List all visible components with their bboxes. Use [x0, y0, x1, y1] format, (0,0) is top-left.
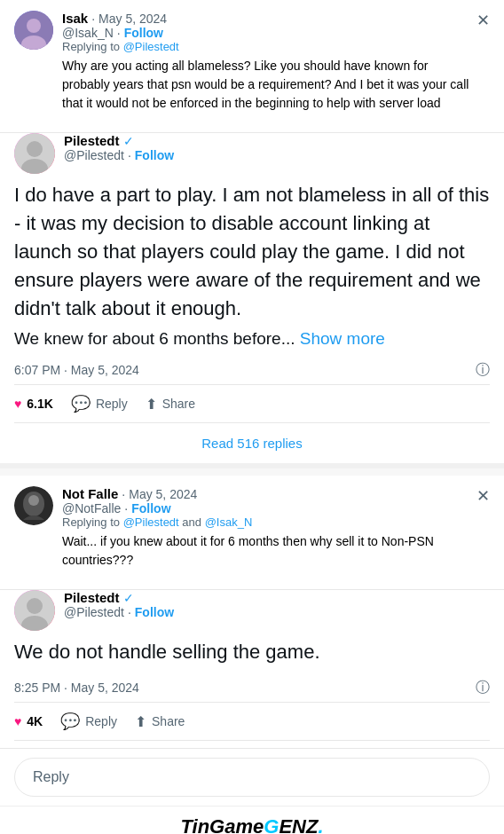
- watermark-game: G: [264, 815, 279, 834]
- meta-pilestedt-1: Pilestedt ✓ @Pilestedt · Follow: [64, 133, 490, 162]
- svg-point-8: [28, 495, 39, 506]
- follow-button-pilestedt-2[interactable]: Follow: [135, 605, 174, 619]
- heart-icon-2: ♥: [14, 714, 21, 728]
- watermark-genz: ENZ: [279, 815, 318, 834]
- tweet-text-main-2: We do not handle selling the game.: [14, 641, 320, 663]
- header-pilestedt-2: Pilestedt ✓ @Pilestedt · Follow: [14, 590, 490, 631]
- reply-handle-2: @Isak_N: [205, 515, 253, 529]
- quoted-tweet-notfalle: Not Falle · May 5, 2024 @NotFalle · Foll…: [0, 476, 504, 590]
- follow-button-notfalle[interactable]: Follow: [131, 501, 170, 515]
- username-pilestedt-2: Pilestedt: [64, 590, 120, 605]
- share-icon-2: ⬆: [135, 713, 146, 730]
- tweet-header-isak: Isak · May 5, 2024 @Isak_N · Follow Repl…: [14, 11, 490, 116]
- avatar-notfalle: [14, 486, 53, 525]
- tweet-body-notfalle: Wait... if you knew about it for 6 month…: [62, 532, 476, 570]
- tweet-card-2: Not Falle · May 5, 2024 @NotFalle · Foll…: [0, 476, 504, 806]
- tweet-continuation: We knew for about 6 months before... Sho…: [14, 329, 490, 349]
- actions-row-2: ♥ 4K 💬 Reply ⬆ Share: [14, 702, 490, 741]
- likes-count-2: 4K: [27, 714, 43, 728]
- username-notfalle: Not Falle: [62, 486, 118, 501]
- watermark-dot: .: [318, 815, 323, 834]
- actions-row-1: ♥ 6.1K 💬 Reply ⬆ Share: [14, 384, 490, 423]
- share-icon-1: ⬆: [146, 396, 157, 413]
- meta-pilestedt-2: Pilestedt ✓ @Pilestedt · Follow: [64, 590, 490, 619]
- svg-point-10: [27, 598, 43, 614]
- chat-bubble-icon-2: 💬: [60, 712, 80, 731]
- handle-line-pilestedt-2: @Pilestedt · Follow: [64, 605, 490, 619]
- reply-button-2[interactable]: 💬 Reply: [60, 712, 117, 731]
- replying-to-isak: Replying to @Pilestedt: [62, 40, 476, 53]
- header-pilestedt-1: Pilestedt ✓ @Pilestedt · Follow: [14, 133, 490, 174]
- reply-bar: Reply: [0, 748, 504, 806]
- info-icon-2[interactable]: ⓘ: [476, 679, 490, 697]
- main-tweet-body-pilestedt-2: We do not handle selling the game.: [14, 638, 490, 666]
- username-isak: Isak: [62, 11, 88, 26]
- verified-icon-pilestedt-2: ✓: [123, 591, 134, 605]
- watermark-tin: TinGame: [181, 815, 264, 834]
- tweet-meta-isak: Isak · May 5, 2024 @Isak_N · Follow Repl…: [62, 11, 476, 116]
- reply-label-1: Reply: [96, 397, 128, 411]
- like-button-2[interactable]: ♥ 4K: [14, 714, 43, 728]
- replying-to-handle-isak: @Pilestedt: [123, 40, 179, 53]
- quoted-tweet-isak: Isak · May 5, 2024 @Isak_N · Follow Repl…: [0, 0, 504, 133]
- x-close-icon[interactable]: ✕: [476, 11, 490, 30]
- like-button-1[interactable]: ♥ 6.1K: [14, 397, 53, 411]
- tweet-pilestedt-2: Pilestedt ✓ @Pilestedt · Follow We do no…: [0, 590, 504, 741]
- show-more-button[interactable]: Show more: [300, 329, 385, 348]
- tweet-meta-notfalle: Not Falle · May 5, 2024 @NotFalle · Foll…: [62, 486, 476, 573]
- share-button-1[interactable]: ⬆ Share: [146, 396, 195, 413]
- chat-bubble-icon-1: 💬: [71, 394, 91, 413]
- date-isak: May 5, 2024: [98, 12, 167, 26]
- share-label-2: Share: [152, 714, 185, 728]
- timestamp-pilestedt-1: 6:07 PM · May 5, 2024: [14, 363, 139, 377]
- user-line-pilestedt-2: Pilestedt ✓: [64, 590, 490, 605]
- watermark-text: TinGameGENZ.: [181, 815, 324, 834]
- share-label-1: Share: [162, 397, 195, 411]
- user-line-pilestedt-1: Pilestedt ✓: [64, 133, 490, 148]
- main-tweet-body-pilestedt-1: I do have a part to play. I am not blame…: [14, 181, 490, 322]
- timestamp-row-2: 8:25 PM · May 5, 2024 ⓘ: [14, 673, 490, 702]
- handle-line-notfalle: @NotFalle · Follow: [62, 501, 476, 515]
- user-line-notfalle: Not Falle · May 5, 2024: [62, 486, 476, 501]
- timestamp-pilestedt-2: 8:25 PM · May 5, 2024: [14, 681, 139, 695]
- svg-point-4: [27, 141, 43, 157]
- watermark-bar: TinGameGENZ.: [0, 806, 504, 834]
- tweet-header-notfalle: Not Falle · May 5, 2024 @NotFalle · Foll…: [14, 486, 490, 573]
- info-icon-1[interactable]: ⓘ: [476, 361, 490, 380]
- replying-to-notfalle: Replying to @Pilestedt and @Isak_N: [62, 515, 476, 529]
- follow-button-isak[interactable]: Follow: [124, 26, 163, 40]
- timestamp-row-1: 6:07 PM · May 5, 2024 ⓘ: [14, 356, 490, 384]
- reply-handle-1: @Pilestedt: [123, 515, 179, 529]
- date-notfalle: May 5, 2024: [129, 487, 197, 501]
- follow-button-pilestedt-1[interactable]: Follow: [135, 148, 174, 162]
- avatar-isak: [14, 11, 53, 50]
- tweet-card-1: Isak · May 5, 2024 @Isak_N · Follow Repl…: [0, 0, 504, 468]
- avatar-pilestedt-2: [14, 590, 55, 631]
- verified-icon-pilestedt-1: ✓: [123, 134, 134, 148]
- reply-input[interactable]: Reply: [14, 758, 490, 797]
- svg-point-1: [27, 19, 41, 33]
- reply-label-2: Reply: [85, 714, 117, 728]
- x-close-icon-2[interactable]: ✕: [476, 486, 490, 506]
- handle-line-pilestedt-1: @Pilestedt · Follow: [64, 148, 490, 162]
- tweet-pilestedt-1: Pilestedt ✓ @Pilestedt · Follow I do hav…: [0, 133, 504, 423]
- handle-pilestedt-2: @Pilestedt: [64, 605, 124, 619]
- tweet-text-main: I do have a part to play. I am not blame…: [14, 184, 489, 319]
- likes-count-1: 6.1K: [27, 397, 53, 411]
- tweet-body-isak: Why are you acting all blameless? Like y…: [62, 57, 476, 113]
- section-divider: [0, 468, 504, 476]
- avatar-pilestedt-1: [14, 133, 55, 174]
- handle-isak: @Isak_N: [62, 26, 114, 40]
- heart-icon-1: ♥: [14, 397, 21, 411]
- username-pilestedt-1: Pilestedt: [64, 133, 120, 148]
- user-line-isak: Isak · May 5, 2024: [62, 11, 476, 26]
- read-replies-button[interactable]: Read 516 replies: [0, 423, 504, 468]
- handle-line-isak: @Isak_N · Follow: [62, 26, 476, 40]
- reply-button-1[interactable]: 💬 Reply: [71, 394, 128, 413]
- handle-notfalle: @NotFalle: [62, 501, 121, 515]
- share-button-2[interactable]: ⬆ Share: [135, 713, 185, 730]
- handle-pilestedt-1: @Pilestedt: [64, 148, 124, 162]
